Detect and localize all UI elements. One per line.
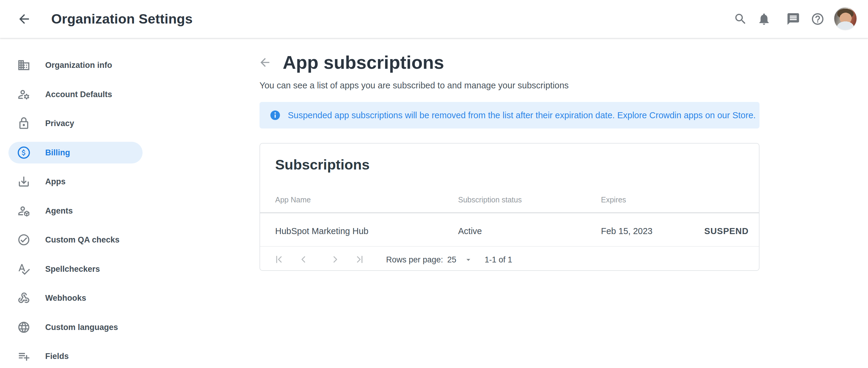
sidebar-item-custom-languages[interactable]: Custom languages	[0, 313, 151, 342]
table-header-divider	[260, 213, 759, 213]
user-avatar[interactable]	[834, 7, 857, 30]
spellcheck-icon	[17, 262, 30, 276]
search-icon[interactable]	[734, 12, 747, 26]
sidebar-item-label: Account Defaults	[45, 89, 112, 100]
account-gear-icon	[17, 88, 30, 101]
sidebar-item-label: Webhooks	[45, 293, 86, 303]
rows-per-page-select[interactable]: 25	[447, 255, 456, 264]
section-subtitle: You can see a list of apps you are subsc…	[259, 80, 569, 91]
playlist-add-icon	[17, 349, 30, 363]
sidebar-item-label: Custom QA checks	[45, 235, 120, 245]
next-page-icon[interactable]	[330, 254, 340, 265]
sidebar-item-billing[interactable]: Billing	[0, 138, 151, 167]
rows-per-page-label: Rows per page:	[386, 255, 443, 264]
sidebar-item-label: Apps	[45, 176, 66, 187]
download-icon	[17, 175, 30, 188]
sidebar-item-organization-info[interactable]: Organization info	[0, 51, 151, 80]
agent-cube-icon	[17, 204, 30, 218]
sidebar-item-privacy[interactable]: Privacy	[0, 109, 151, 138]
check-circle-icon	[17, 233, 30, 247]
sidebar-item-agents[interactable]: Agents	[0, 196, 151, 226]
sidebar-item-label: Agents	[45, 206, 73, 216]
cell-app-name: HubSpot Marketing Hub	[275, 226, 369, 236]
info-banner-text[interactable]: Suspended app subscriptions will be remo…	[288, 110, 755, 120]
previous-page-icon[interactable]	[299, 254, 309, 265]
sidebar-item-label: Organization info	[45, 60, 112, 70]
info-banner: Suspended app subscriptions will be remo…	[259, 102, 760, 129]
column-header-app-name: App Name	[275, 195, 311, 204]
building-icon	[17, 58, 30, 72]
webhook-icon	[17, 291, 30, 305]
messages-icon[interactable]	[786, 12, 800, 26]
column-header-expires: Expires	[601, 195, 626, 204]
card-title: Subscriptions	[275, 156, 370, 173]
pagination-bar: Rows per page: 25 1-1 of 1	[260, 247, 759, 271]
cell-status: Active	[458, 226, 482, 236]
notifications-icon[interactable]	[757, 12, 771, 26]
subscriptions-card: Subscriptions App Name Subscription stat…	[259, 143, 760, 271]
sidebar-item-label: Privacy	[45, 118, 74, 129]
sidebar-item-spellcheckers[interactable]: Spellcheckers	[0, 255, 151, 284]
globe-icon	[17, 321, 30, 334]
first-page-icon[interactable]	[274, 254, 285, 265]
content-back-arrow-icon[interactable]	[258, 56, 272, 69]
section-title: App subscriptions	[283, 52, 444, 73]
organization-settings-page: Organization Settings Organization info	[0, 0, 868, 368]
page-title: Organization Settings	[51, 0, 193, 38]
dollar-circle-icon	[17, 146, 30, 159]
sidebar-item-label: Fields	[45, 351, 69, 361]
cell-expires: Feb 15, 2023	[601, 226, 652, 236]
pagination-range: 1-1 of 1	[485, 255, 513, 264]
last-page-icon[interactable]	[354, 254, 365, 265]
sidebar-item-fields[interactable]: Fields	[0, 342, 151, 368]
dropdown-caret-icon[interactable]	[464, 255, 473, 264]
sidebar-item-label: Billing	[45, 147, 70, 158]
settings-sidebar: Organization info Account Defaults Priva…	[0, 38, 151, 368]
sidebar-item-webhooks[interactable]: Webhooks	[0, 284, 151, 313]
sidebar-item-account-defaults[interactable]: Account Defaults	[0, 80, 151, 109]
sidebar-item-label: Custom languages	[45, 322, 118, 332]
sidebar-item-apps[interactable]: Apps	[0, 167, 151, 196]
lock-icon	[17, 117, 30, 130]
sidebar-item-custom-qa-checks[interactable]: Custom QA checks	[0, 225, 151, 255]
sidebar-item-label: Spellcheckers	[45, 264, 100, 274]
help-icon[interactable]	[811, 12, 825, 26]
header-back-arrow-icon[interactable]	[17, 12, 31, 26]
suspend-button[interactable]: SUSPEND	[704, 226, 749, 236]
info-icon	[270, 110, 281, 121]
top-app-bar: Organization Settings	[0, 0, 868, 38]
column-header-status: Subscription status	[458, 195, 522, 204]
